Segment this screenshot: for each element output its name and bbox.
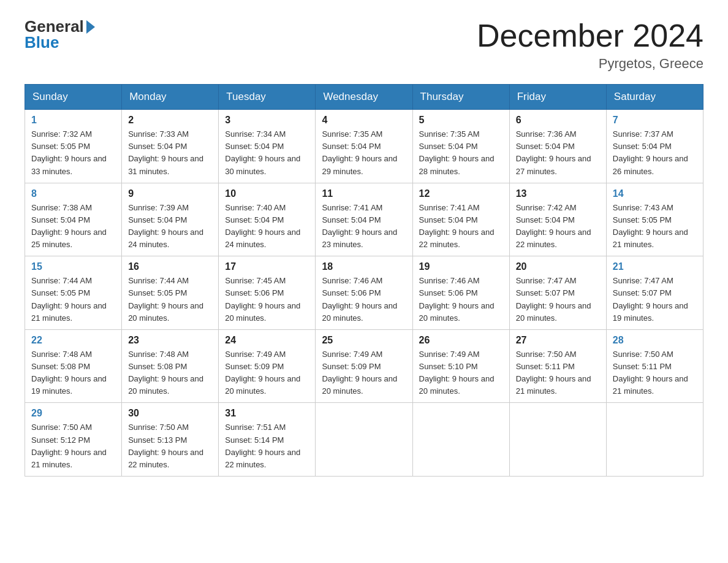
calendar-cell: 12Sunrise: 7:41 AMSunset: 5:04 PMDayligh… [412, 183, 509, 256]
day-number: 18 [322, 261, 406, 272]
day-number: 7 [613, 115, 697, 126]
calendar-cell: 9Sunrise: 7:39 AMSunset: 5:04 PMDaylight… [122, 183, 219, 256]
day-number: 9 [128, 188, 212, 199]
header-tuesday: Tuesday [219, 85, 316, 110]
header-monday: Monday [122, 85, 219, 110]
day-number: 22 [31, 335, 115, 346]
day-number: 17 [225, 261, 309, 272]
day-number: 8 [31, 188, 115, 199]
header-saturday: Saturday [606, 85, 703, 110]
day-info: Sunrise: 7:50 AMSunset: 5:11 PMDaylight:… [613, 348, 697, 398]
calendar-cell: 19Sunrise: 7:46 AMSunset: 5:06 PMDayligh… [412, 256, 509, 330]
calendar-header-row: SundayMondayTuesdayWednesdayThursdayFrid… [25, 85, 703, 110]
calendar-cell: 23Sunrise: 7:48 AMSunset: 5:08 PMDayligh… [122, 329, 219, 403]
calendar-cell: 31Sunrise: 7:51 AMSunset: 5:14 PMDayligh… [219, 403, 316, 477]
calendar-cell: 7Sunrise: 7:37 AMSunset: 5:04 PMDaylight… [606, 110, 703, 183]
day-number: 12 [419, 188, 503, 199]
day-number: 24 [225, 335, 309, 346]
calendar-cell: 10Sunrise: 7:40 AMSunset: 5:04 PMDayligh… [219, 183, 316, 256]
day-info: Sunrise: 7:45 AMSunset: 5:06 PMDaylight:… [225, 275, 309, 324]
day-info: Sunrise: 7:50 AMSunset: 5:12 PMDaylight:… [31, 421, 115, 471]
day-info: Sunrise: 7:43 AMSunset: 5:05 PMDaylight:… [613, 202, 697, 251]
day-info: Sunrise: 7:50 AMSunset: 5:13 PMDaylight:… [128, 421, 212, 471]
day-info: Sunrise: 7:37 AMSunset: 5:04 PMDaylight:… [613, 128, 697, 178]
logo-arrow-icon [86, 20, 95, 34]
calendar-table: SundayMondayTuesdayWednesdayThursdayFrid… [25, 84, 703, 477]
day-info: Sunrise: 7:35 AMSunset: 5:04 PMDaylight:… [419, 128, 503, 178]
day-number: 3 [225, 115, 309, 126]
calendar-cell: 26Sunrise: 7:49 AMSunset: 5:10 PMDayligh… [412, 329, 509, 403]
calendar-cell: 5Sunrise: 7:35 AMSunset: 5:04 PMDaylight… [412, 110, 509, 183]
calendar-cell: 21Sunrise: 7:47 AMSunset: 5:07 PMDayligh… [606, 256, 703, 330]
day-info: Sunrise: 7:34 AMSunset: 5:04 PMDaylight:… [225, 128, 309, 178]
logo: General Blue [25, 18, 95, 50]
day-info: Sunrise: 7:41 AMSunset: 5:04 PMDaylight:… [419, 202, 503, 251]
day-number: 29 [31, 408, 115, 419]
calendar-cell [412, 403, 509, 477]
day-info: Sunrise: 7:36 AMSunset: 5:04 PMDaylight:… [516, 128, 600, 178]
calendar-week-row: 22Sunrise: 7:48 AMSunset: 5:08 PMDayligh… [25, 329, 703, 403]
day-info: Sunrise: 7:33 AMSunset: 5:04 PMDaylight:… [128, 128, 212, 178]
day-info: Sunrise: 7:46 AMSunset: 5:06 PMDaylight:… [419, 275, 503, 324]
day-number: 27 [516, 335, 600, 346]
location-text: Pyrgetos, Greece [477, 56, 703, 72]
day-number: 28 [613, 335, 697, 346]
day-info: Sunrise: 7:42 AMSunset: 5:04 PMDaylight:… [516, 202, 600, 251]
day-info: Sunrise: 7:39 AMSunset: 5:04 PMDaylight:… [128, 202, 212, 251]
calendar-week-row: 1Sunrise: 7:32 AMSunset: 5:05 PMDaylight… [25, 110, 703, 183]
day-number: 26 [419, 335, 503, 346]
day-number: 15 [31, 261, 115, 272]
day-number: 20 [516, 261, 600, 272]
calendar-cell: 18Sunrise: 7:46 AMSunset: 5:06 PMDayligh… [316, 256, 412, 330]
calendar-cell: 27Sunrise: 7:50 AMSunset: 5:11 PMDayligh… [509, 329, 606, 403]
day-number: 1 [31, 115, 115, 126]
day-number: 19 [419, 261, 503, 272]
logo-blue-text: Blue [25, 34, 59, 50]
logo-general-text: General [25, 18, 84, 34]
day-info: Sunrise: 7:48 AMSunset: 5:08 PMDaylight:… [31, 348, 115, 398]
calendar-cell: 11Sunrise: 7:41 AMSunset: 5:04 PMDayligh… [316, 183, 412, 256]
calendar-cell: 24Sunrise: 7:49 AMSunset: 5:09 PMDayligh… [219, 329, 316, 403]
calendar-cell [606, 403, 703, 477]
calendar-cell [509, 403, 606, 477]
day-info: Sunrise: 7:47 AMSunset: 5:07 PMDaylight:… [613, 275, 697, 324]
calendar-cell: 16Sunrise: 7:44 AMSunset: 5:05 PMDayligh… [122, 256, 219, 330]
calendar-cell: 8Sunrise: 7:38 AMSunset: 5:04 PMDaylight… [25, 183, 122, 256]
day-info: Sunrise: 7:48 AMSunset: 5:08 PMDaylight:… [128, 348, 212, 398]
day-info: Sunrise: 7:49 AMSunset: 5:10 PMDaylight:… [419, 348, 503, 398]
calendar-cell: 17Sunrise: 7:45 AMSunset: 5:06 PMDayligh… [219, 256, 316, 330]
day-number: 2 [128, 115, 212, 126]
calendar-cell: 20Sunrise: 7:47 AMSunset: 5:07 PMDayligh… [509, 256, 606, 330]
day-info: Sunrise: 7:46 AMSunset: 5:06 PMDaylight:… [322, 275, 406, 324]
header-thursday: Thursday [412, 85, 509, 110]
month-title: December 2024 [477, 18, 703, 53]
day-info: Sunrise: 7:40 AMSunset: 5:04 PMDaylight:… [225, 202, 309, 251]
calendar-cell: 29Sunrise: 7:50 AMSunset: 5:12 PMDayligh… [25, 403, 122, 477]
calendar-cell: 13Sunrise: 7:42 AMSunset: 5:04 PMDayligh… [509, 183, 606, 256]
day-info: Sunrise: 7:32 AMSunset: 5:05 PMDaylight:… [31, 128, 115, 178]
day-info: Sunrise: 7:38 AMSunset: 5:04 PMDaylight:… [31, 202, 115, 251]
calendar-cell: 1Sunrise: 7:32 AMSunset: 5:05 PMDaylight… [25, 110, 122, 183]
day-info: Sunrise: 7:49 AMSunset: 5:09 PMDaylight:… [225, 348, 309, 398]
calendar-week-row: 29Sunrise: 7:50 AMSunset: 5:12 PMDayligh… [25, 403, 703, 477]
calendar-cell: 14Sunrise: 7:43 AMSunset: 5:05 PMDayligh… [606, 183, 703, 256]
day-info: Sunrise: 7:44 AMSunset: 5:05 PMDaylight:… [128, 275, 212, 324]
day-number: 25 [322, 335, 406, 346]
calendar-cell [316, 403, 412, 477]
day-info: Sunrise: 7:35 AMSunset: 5:04 PMDaylight:… [322, 128, 406, 178]
day-number: 6 [516, 115, 600, 126]
header-wednesday: Wednesday [316, 85, 412, 110]
calendar-cell: 28Sunrise: 7:50 AMSunset: 5:11 PMDayligh… [606, 329, 703, 403]
day-info: Sunrise: 7:50 AMSunset: 5:11 PMDaylight:… [516, 348, 600, 398]
day-number: 11 [322, 188, 406, 199]
header-sunday: Sunday [25, 85, 122, 110]
day-info: Sunrise: 7:41 AMSunset: 5:04 PMDaylight:… [322, 202, 406, 251]
calendar-cell: 6Sunrise: 7:36 AMSunset: 5:04 PMDaylight… [509, 110, 606, 183]
day-number: 31 [225, 408, 309, 419]
calendar-cell: 2Sunrise: 7:33 AMSunset: 5:04 PMDaylight… [122, 110, 219, 183]
day-info: Sunrise: 7:49 AMSunset: 5:09 PMDaylight:… [322, 348, 406, 398]
day-info: Sunrise: 7:47 AMSunset: 5:07 PMDaylight:… [516, 275, 600, 324]
calendar-cell: 4Sunrise: 7:35 AMSunset: 5:04 PMDaylight… [316, 110, 412, 183]
calendar-cell: 3Sunrise: 7:34 AMSunset: 5:04 PMDaylight… [219, 110, 316, 183]
day-number: 4 [322, 115, 406, 126]
